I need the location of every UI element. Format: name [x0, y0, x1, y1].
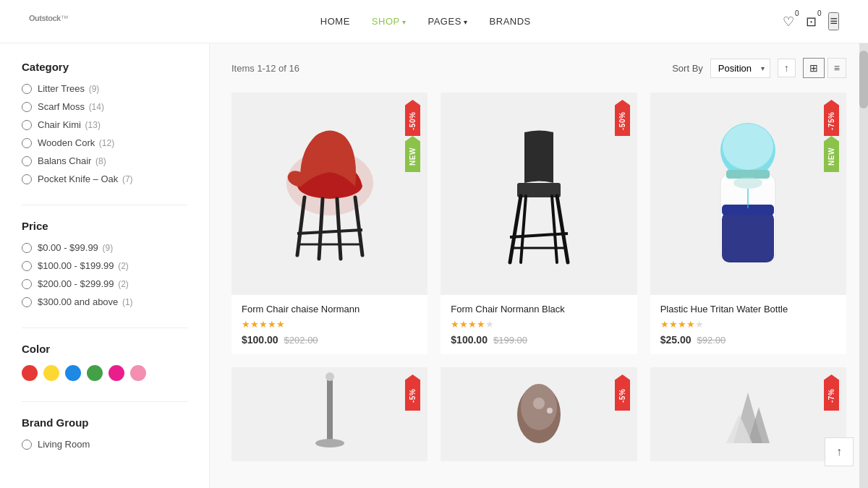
chair-black-svg — [481, 111, 597, 277]
color-swatch-blue[interactable] — [65, 365, 81, 381]
svg-point-20 — [733, 177, 762, 189]
color-swatch-green[interactable] — [87, 365, 103, 381]
filter-price-200-299[interactable]: $200.00 - $299.99 (2) — [22, 278, 187, 289]
nav-home[interactable]: HOME — [320, 16, 350, 27]
color-swatch-red[interactable] — [22, 365, 38, 381]
svg-line-8 — [510, 196, 521, 262]
filter-scarf-moss[interactable]: Scarf Moss (14) — [22, 101, 187, 112]
product-6-badges: -7% — [824, 374, 839, 411]
filter-radio-pocket-knife[interactable] — [22, 174, 32, 184]
product-1-name: Form Chair chaise Normann — [242, 304, 417, 314]
wishlist-button[interactable]: ♡0 — [783, 14, 794, 30]
filter-chair-kimi[interactable]: Chair Kimi (13) — [22, 119, 187, 130]
svg-line-5 — [297, 230, 362, 234]
nav-shop[interactable]: SHOP — [372, 16, 407, 27]
filter-radio-price-200-299[interactable] — [22, 279, 32, 289]
nav-brands[interactable]: BRANDS — [490, 16, 531, 27]
filter-label-price-0-99: $0.00 - $99.99 (9) — [38, 242, 113, 253]
product-card-4[interactable]: -5% — [231, 367, 427, 461]
svg-point-15 — [723, 124, 773, 170]
color-section: Color — [22, 343, 187, 381]
filter-label-price-300-above: $300.00 and above (1) — [38, 296, 133, 307]
arrow-up-icon: ↑ — [836, 445, 842, 458]
sort-select[interactable]: Position Name Price — [710, 59, 770, 78]
grid-view-button[interactable]: ⊞ — [803, 58, 825, 78]
color-swatches — [22, 365, 187, 381]
svg-line-12 — [521, 196, 526, 262]
header-icons: ♡0 ⊡0 ≡ — [783, 12, 839, 30]
svg-line-13 — [552, 196, 557, 262]
filter-price-100-199[interactable]: $100.00 - $199.99 (2) — [22, 260, 187, 271]
badge-sale-5-2: -5% — [615, 374, 630, 411]
svg-line-9 — [557, 196, 568, 262]
product-card-1[interactable]: -50% NEW Form Chair chaise Normann ★★★★★… — [231, 93, 427, 354]
filter-wooden-cork[interactable]: Wooden Cork (12) — [22, 137, 187, 148]
color-swatch-yellow[interactable] — [43, 365, 59, 381]
product-1-badges: -50% NEW — [405, 100, 420, 172]
price-title: Price — [22, 220, 187, 232]
cart-button[interactable]: ⊡0 — [806, 14, 817, 30]
product-2-info: Form Chair Normann Black ★★★★★ $100.00 $… — [441, 295, 637, 354]
filter-living-room[interactable]: Living Room — [22, 439, 187, 450]
product-3-price-row: $25.00 $92.00 — [660, 334, 836, 346]
product-1-info: Form Chair chaise Normann ★★★★★ $100.00 … — [231, 295, 427, 354]
filter-balans-chair[interactable]: Balans Chair (8) — [22, 155, 187, 166]
list-view-button[interactable]: ≡ — [827, 58, 846, 78]
filter-price-300-above[interactable]: $300.00 and above (1) — [22, 296, 187, 307]
filter-radio-price-300-above[interactable] — [22, 297, 32, 307]
nav-pages[interactable]: PAGES — [427, 16, 467, 27]
logo[interactable]: Outstock™ — [29, 12, 68, 31]
product-3-old-price: $92.00 — [697, 335, 726, 346]
divider-2 — [22, 328, 187, 328]
cart-count: 0 — [817, 9, 822, 17]
filter-radio-living-room[interactable] — [22, 440, 32, 450]
product-2-name: Form Chair Normann Black — [451, 304, 626, 314]
product-2-old-price: $199.00 — [493, 335, 527, 346]
product-4-badges: -5% — [405, 374, 420, 411]
filter-litter-trees[interactable]: Litter Trees (9) — [22, 83, 187, 94]
filter-label-price-100-199: $100.00 - $199.99 (2) — [38, 260, 129, 271]
badge-sale-50: -50% — [405, 100, 420, 136]
filter-radio-chair-kimi[interactable] — [22, 120, 32, 130]
bottle-svg — [705, 111, 791, 277]
view-buttons: ⊞ ≡ — [803, 58, 846, 78]
product-image-4: -5% — [231, 367, 427, 461]
svg-point-27 — [533, 398, 545, 409]
product-card-6[interactable]: -7% — [650, 367, 846, 461]
color-swatch-pink[interactable] — [130, 365, 146, 381]
logo-tm: ™ — [61, 13, 69, 22]
menu-button[interactable]: ≡ — [828, 12, 839, 30]
product-3-price: $25.00 — [660, 334, 692, 346]
price-section: Price $0.00 - $99.99 (9) $100.00 - $199.… — [22, 220, 187, 307]
svg-rect-22 — [327, 378, 333, 443]
filter-pocket-knife[interactable]: Pocket Knife – Oak (7) — [22, 174, 187, 184]
filter-radio-price-100-199[interactable] — [22, 261, 32, 271]
badge-sale-7: -7% — [824, 374, 839, 411]
scrollbar[interactable] — [859, 43, 868, 488]
svg-point-28 — [547, 408, 553, 414]
product-card-5[interactable]: -5% — [441, 367, 637, 461]
svg-point-24 — [326, 372, 334, 381]
product-card-2[interactable]: -50% Form Chair Normann Black ★★★★★ $100… — [441, 93, 637, 354]
back-to-top-button[interactable]: ↑ — [825, 437, 854, 466]
filter-radio-balans-chair[interactable] — [22, 156, 32, 166]
badge-sale-5: -5% — [405, 374, 420, 411]
filter-price-0-99[interactable]: $0.00 - $99.99 (9) — [22, 242, 187, 253]
page-layout: Category Litter Trees (9) Scarf Moss (14… — [0, 43, 868, 488]
filter-label-litter-trees: Litter Trees (9) — [38, 83, 99, 94]
toolbar: Items 1-12 of 16 Sort By Position Name P… — [231, 58, 846, 78]
sort-asc-button[interactable]: ↑ — [778, 59, 796, 77]
filter-radio-price-0-99[interactable] — [22, 243, 32, 253]
color-swatch-magenta[interactable] — [109, 365, 124, 381]
filter-radio-scarf-moss[interactable] — [22, 102, 32, 112]
filter-radio-litter-trees[interactable] — [22, 84, 32, 94]
category-title: Category — [22, 61, 187, 73]
filter-radio-wooden-cork[interactable] — [22, 138, 32, 148]
sort-controls: Sort By Position Name Price ↑ ⊞ ≡ — [672, 58, 846, 78]
chair-red-svg — [265, 111, 395, 277]
scrollbar-thumb[interactable] — [859, 51, 868, 108]
product-card-3[interactable]: -75% NEW Plastic Hue Tritan Water Bottle… — [650, 93, 846, 354]
filter-label-living-room: Living Room — [38, 439, 90, 450]
product-1-price-row: $100.00 $202.00 — [242, 334, 417, 346]
product6-svg — [712, 371, 784, 458]
